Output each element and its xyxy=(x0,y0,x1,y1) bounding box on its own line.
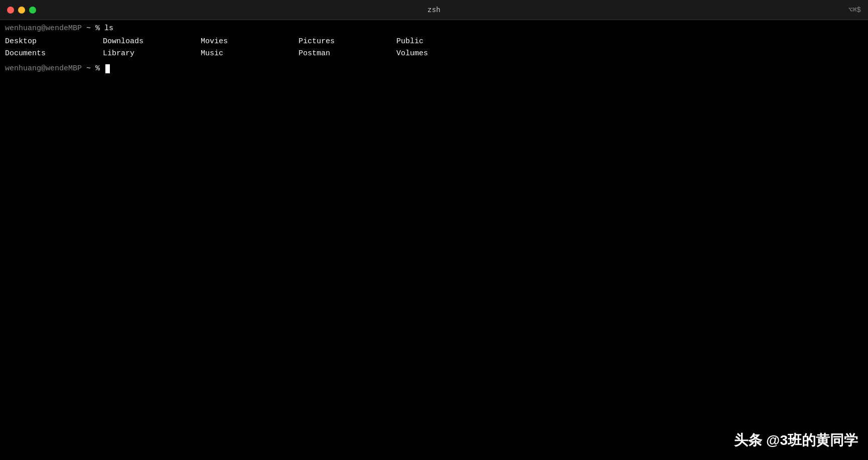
prev-prompt-host: wenhuang@wendeMBP xyxy=(5,23,82,35)
list-item: Desktop xyxy=(5,36,103,48)
title-bar: zsh ⌥⌘$ xyxy=(0,0,868,20)
list-item: Movies xyxy=(201,36,299,48)
minimize-button[interactable] xyxy=(18,7,25,14)
maximize-button[interactable] xyxy=(29,7,36,14)
current-prompt-line[interactable]: wenhuang@wendeMBP ~ % xyxy=(5,63,863,75)
list-item: Downloads xyxy=(103,36,201,48)
previous-command-line: wenhuang@wendeMBP ~ % ls xyxy=(5,23,863,35)
current-prompt-percent: % xyxy=(95,63,104,75)
current-prompt-host: wenhuang@wendeMBP xyxy=(5,63,82,75)
list-item: Library xyxy=(103,48,201,60)
list-item: Documents xyxy=(5,48,103,60)
close-button[interactable] xyxy=(7,7,14,14)
list-item: Music xyxy=(201,48,299,60)
prev-prompt-tilde: ~ xyxy=(82,23,95,35)
list-item: Volumes xyxy=(396,48,494,60)
traffic-lights xyxy=(7,7,36,14)
prev-prompt-percent: % xyxy=(95,23,104,35)
terminal-content[interactable]: wenhuang@wendeMBP ~ % ls Desktop Downloa… xyxy=(0,20,868,460)
prev-command-text: ls xyxy=(104,23,113,35)
list-item: Public xyxy=(396,36,494,48)
window-title: zsh xyxy=(427,6,441,14)
list-item: Pictures xyxy=(299,36,396,48)
current-prompt-tilde: ~ xyxy=(82,63,95,75)
list-item: Postman xyxy=(299,48,396,60)
terminal-cursor xyxy=(105,64,110,73)
ls-output: Desktop Downloads Movies Pictures Public… xyxy=(5,36,863,60)
keyboard-icon: ⌥⌘$ xyxy=(848,6,861,14)
watermark: 头条 @3班的黄同学 xyxy=(734,431,858,450)
